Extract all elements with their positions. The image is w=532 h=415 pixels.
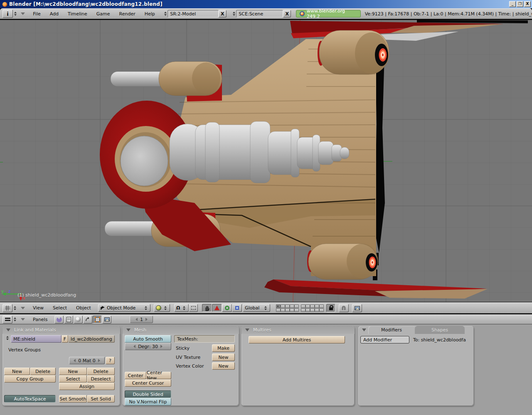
menu-game[interactable]: Game [92,11,115,17]
panels-label[interactable]: Panels [28,317,52,322]
scene-selector[interactable]: SCE:Scene [236,10,283,17]
window-type-stepper[interactable] [13,12,17,16]
center-button[interactable]: Center [125,372,146,379]
mesh-name-field[interactable]: ME:shield [11,335,62,343]
snap-button[interactable] [339,304,349,312]
menu-timeline[interactable]: Timeline [63,11,92,17]
select-button[interactable]: Select [59,375,87,383]
vgroup-new-button[interactable]: New [4,368,30,375]
panel-mesh: Mesh Auto Smooth Degr: 30 TexMesh: Stick… [123,326,239,406]
menu-file[interactable]: File [28,11,45,17]
menu-render[interactable]: Render [115,11,140,17]
add-modifier-button[interactable]: Add Modifier [360,336,409,343]
viewport-3d[interactable]: y z x (1) shield_wc2dbloodfang [0,20,532,302]
scene-stepper[interactable] [232,12,236,16]
restore-button[interactable]: ❐ [517,1,523,7]
draw-mode-dropdown[interactable] [154,304,170,312]
panel-header[interactable]: Mesh [123,326,239,334]
collapse-triangle-icon[interactable] [126,329,131,331]
copy-group-button[interactable]: Copy Group [4,375,56,383]
tab-modifiers[interactable]: Modifiers [368,326,415,334]
material-help-button[interactable]: ? [106,357,115,364]
shading-context-button[interactable] [74,316,83,324]
pivot-dropdown[interactable]: Ω [174,304,189,312]
object-context-button[interactable] [83,316,92,324]
object-name-field[interactable]: ld_wc2dbloodfang [68,335,115,343]
mat-delete-button[interactable]: Delete [87,368,115,375]
degr-field[interactable]: Degr: 30 [125,343,171,350]
mode-dropdown[interactable]: Object Mode [98,304,150,312]
menu-select[interactable]: Select [48,305,71,311]
header-collapse-icon[interactable] [21,318,25,321]
material-index-field[interactable]: 0 Mat 0 [69,357,105,364]
minimize-button[interactable]: _ [509,1,516,7]
editing-context-button[interactable] [93,316,102,324]
autotexspace-toggle[interactable]: AutoTexSpace [4,395,56,403]
manipulator-rotate-button[interactable] [222,304,232,312]
close-button[interactable]: X [524,1,531,7]
no-vnormal-flip-toggle[interactable]: No V.Normal Flip [125,398,171,405]
window-title: Blender [M:\wc2dbloodfang\wc2dbloodfang1… [9,1,163,7]
deselect-button[interactable]: Deselect [87,375,115,383]
screen-delete-button[interactable]: X [219,10,227,17]
header-collapse-icon[interactable] [21,12,25,15]
lock-layers-button[interactable] [326,304,335,312]
set-smooth-button[interactable]: Set Smooth [59,395,87,403]
manipulator-translate-button[interactable] [212,304,222,312]
window-type-info-button[interactable]: i [2,10,13,18]
render-preview-button[interactable] [352,304,362,312]
header-collapse-icon[interactable] [21,307,25,309]
collapse-triangle-icon[interactable] [362,329,366,331]
menu-help[interactable]: Help [140,11,160,17]
scene-delete-button[interactable]: X [283,10,291,17]
layer-buttons-group1[interactable] [276,304,299,312]
frame-number-field[interactable]: 1 [130,316,153,323]
double-sided-toggle[interactable]: Double Sided [125,390,171,398]
editor-type-stepper[interactable] [12,306,17,310]
textured-draw-icon [156,305,161,311]
scene-context-button[interactable] [102,316,111,324]
manipulator-scale-button[interactable] [232,304,242,312]
manipulator-group [202,304,242,312]
texmesh-field[interactable]: TexMesh: [174,335,235,343]
set-solid-button[interactable]: Set Solid [87,395,115,403]
layer-buttons-group2[interactable] [301,304,324,312]
script-context-button[interactable] [64,316,73,324]
menu-object[interactable]: Object [71,305,96,311]
editor-type-button[interactable] [2,316,12,324]
proportional-edit-button[interactable] [189,304,198,312]
tab-shapes[interactable]: Shapes [415,326,465,334]
screen-selector[interactable]: SR:2-Model [167,10,219,17]
editor-type-stepper[interactable] [12,317,17,321]
panel-title: Multires [253,327,271,333]
editor-type-button[interactable] [2,304,12,312]
collapse-triangle-icon[interactable] [245,329,249,331]
logic-context-button[interactable] [54,316,64,324]
panel-header[interactable]: Link and Materials [2,326,120,334]
center-cursor-button[interactable]: Center Cursor [125,379,171,387]
center-new-button[interactable]: Center New [146,372,171,379]
mesh-browse-stepper[interactable] [5,336,10,340]
mat-new-button[interactable]: New [59,368,87,375]
vcol-new-button[interactable]: New [212,362,235,370]
uv-new-button[interactable]: New [212,353,235,361]
pivot-icon: Ω [176,305,180,311]
collapse-triangle-icon[interactable] [6,329,10,331]
menu-view[interactable]: View [28,305,48,311]
translate-icon [214,306,219,310]
script-icon [66,317,71,322]
blender-window: Blender [M:\wc2dbloodfang\wc2dbloodfang1… [0,0,532,415]
auto-smooth-toggle[interactable]: Auto Smooth [125,335,171,343]
orientation-dropdown[interactable]: Global [243,304,270,312]
add-multires-button[interactable]: Add Multires [249,336,345,343]
menu-add[interactable]: Add [45,11,63,17]
fake-user-button[interactable]: F [62,335,68,343]
panel-header[interactable]: Multires [241,326,355,334]
screen-stepper[interactable] [163,12,167,16]
sticky-label: Sticky [176,346,190,351]
sticky-make-button[interactable]: Make [212,344,235,352]
vgroup-delete-button[interactable]: Delete [30,368,56,375]
assign-button[interactable]: Assign [59,383,115,390]
manipulator-hand-button[interactable] [202,304,212,312]
shading-icon [76,317,81,322]
